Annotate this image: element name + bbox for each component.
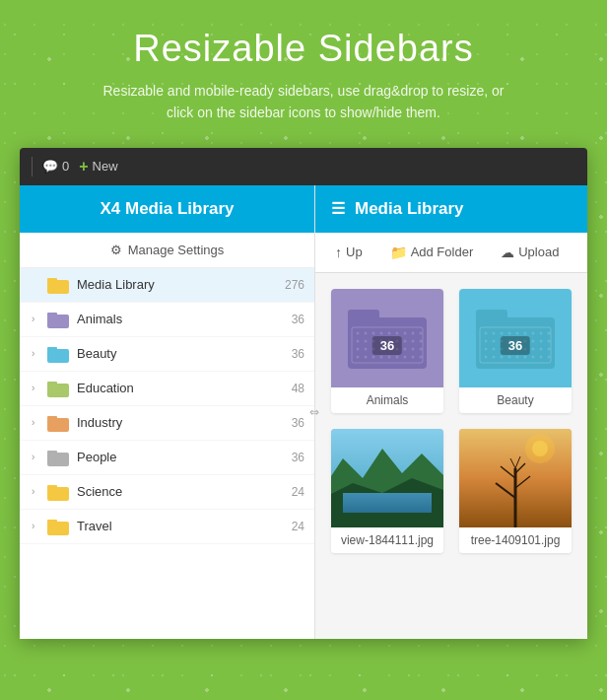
new-label: New <box>93 159 118 174</box>
svg-point-35 <box>412 339 415 342</box>
sidebar: X4 Media Library ⚙ Manage Settings M <box>20 185 315 639</box>
content-title: Media Library <box>355 199 464 219</box>
svg-point-54 <box>420 355 423 358</box>
svg-point-51 <box>396 355 399 358</box>
sidebar-item-count: 36 <box>292 416 304 430</box>
plus-icon: + <box>79 158 88 175</box>
svg-point-52 <box>404 355 407 358</box>
new-button[interactable]: + New <box>79 158 117 175</box>
sidebar-item-count: 36 <box>292 451 304 464</box>
tree-visual <box>459 429 572 527</box>
sidebar-item-label: Travel <box>77 519 292 533</box>
upload-label: Upload <box>518 245 559 259</box>
chevron-icon: › <box>32 486 47 497</box>
chevron-icon: › <box>32 521 47 531</box>
hero-title: Resizable Sidebars <box>39 28 568 70</box>
svg-point-29 <box>365 339 368 342</box>
svg-point-87 <box>501 355 504 358</box>
svg-point-63 <box>524 331 527 334</box>
svg-point-65 <box>540 331 543 334</box>
svg-point-86 <box>493 355 496 358</box>
svg-point-62 <box>516 331 519 334</box>
grid-item-tree-image[interactable]: tree-1409101.jpg <box>459 429 572 553</box>
folder-thumbnail-animals: 36 <box>331 289 443 387</box>
sidebar-item-industry[interactable]: › Industry 36 <box>20 406 314 441</box>
svg-point-60 <box>501 331 504 334</box>
content-panel: ☰ Media Library ↑ Up 📁 Add Folder ☁ Uplo… <box>315 185 587 639</box>
grid-item-animals-folder[interactable]: 36 Animals <box>331 289 443 413</box>
upload-button[interactable]: ☁ Upload <box>493 241 567 264</box>
sidebar-item-label: Animals <box>77 312 292 326</box>
grid-item-beauty-folder[interactable]: 36 Beauty <box>459 289 572 413</box>
comment-count: 0 <box>62 159 69 174</box>
toolbar: 💬 0 + New <box>20 148 587 185</box>
sidebar-item-label: Education <box>77 381 292 395</box>
svg-point-107 <box>532 441 548 456</box>
sidebar-item-label: Science <box>77 484 292 499</box>
content-grid: 36 Animals <box>315 273 587 639</box>
svg-rect-10 <box>47 453 69 466</box>
toolbar-comment: 💬 0 <box>42 159 69 174</box>
svg-rect-5 <box>47 347 57 351</box>
svg-point-59 <box>493 331 496 334</box>
folder-icon-media-library <box>47 276 69 294</box>
sidebar-item-people[interactable]: › People 36 <box>20 441 314 475</box>
add-folder-icon: 📁 <box>390 245 407 260</box>
svg-point-44 <box>412 347 415 350</box>
sidebar-item-count: 24 <box>292 520 304 533</box>
svg-rect-0 <box>47 280 69 294</box>
svg-rect-97 <box>343 493 432 513</box>
sidebar-item-beauty[interactable]: › Beauty 36 <box>20 337 314 372</box>
up-label: Up <box>346 245 363 259</box>
svg-rect-4 <box>47 349 69 363</box>
content-header: ☰ Media Library <box>315 185 587 233</box>
sidebar-item-education[interactable]: › Education 48 <box>20 372 314 406</box>
sidebar-item-media-library[interactable]: Media Library 276 <box>20 268 314 303</box>
svg-rect-17 <box>348 310 379 323</box>
svg-point-23 <box>388 331 391 334</box>
svg-point-22 <box>380 331 383 334</box>
manage-settings-label: Manage Settings <box>128 243 225 257</box>
folder-icon-education <box>47 380 69 397</box>
svg-rect-6 <box>47 384 69 397</box>
toolbar-divider <box>32 157 33 176</box>
svg-point-49 <box>380 355 383 358</box>
image-label-mountains: view-1844111.jpg <box>331 527 443 553</box>
add-folder-button[interactable]: 📁 Add Folder <box>382 241 482 264</box>
folder-icon-people <box>47 449 69 466</box>
folder-badge-animals: 36 <box>372 336 402 355</box>
sidebar-item-count: 276 <box>285 278 304 292</box>
manage-settings-button[interactable]: ⚙ Manage Settings <box>20 233 314 268</box>
svg-point-64 <box>532 331 535 334</box>
svg-point-74 <box>540 339 543 342</box>
svg-point-76 <box>485 347 488 350</box>
svg-point-61 <box>508 331 511 334</box>
sidebar-item-science[interactable]: › Science 24 <box>20 475 314 510</box>
svg-point-21 <box>372 331 375 334</box>
svg-point-88 <box>508 355 511 358</box>
hamburger-icon[interactable]: ☰ <box>331 199 345 218</box>
svg-rect-7 <box>47 382 57 385</box>
up-button[interactable]: ↑ Up <box>327 241 371 264</box>
content-toolbar: ↑ Up 📁 Add Folder ☁ Upload <box>315 233 587 273</box>
svg-point-66 <box>548 331 551 334</box>
svg-point-58 <box>485 331 488 334</box>
svg-rect-56 <box>476 310 507 323</box>
sidebar-resize-handle[interactable]: ⇔ <box>308 400 320 424</box>
add-folder-label: Add Folder <box>411 245 474 259</box>
svg-point-38 <box>365 347 368 350</box>
gear-icon: ⚙ <box>110 243 122 257</box>
sidebar-item-travel[interactable]: › Travel 24 <box>20 510 314 544</box>
svg-point-91 <box>532 355 535 358</box>
folder-label-beauty: Beauty <box>459 387 572 413</box>
folder-icon-science <box>47 483 69 501</box>
svg-point-83 <box>540 347 543 350</box>
sidebar-header: X4 Media Library <box>20 185 314 233</box>
folder-icon-beauty <box>47 345 69 363</box>
sidebar-item-animals[interactable]: › Animals 36 <box>20 303 314 337</box>
folder-label-animals: Animals <box>331 387 443 413</box>
svg-rect-8 <box>47 418 69 432</box>
grid-item-mountains-image[interactable]: view-1844111.jpg <box>331 429 443 553</box>
svg-point-36 <box>420 339 423 342</box>
svg-point-75 <box>548 339 551 342</box>
